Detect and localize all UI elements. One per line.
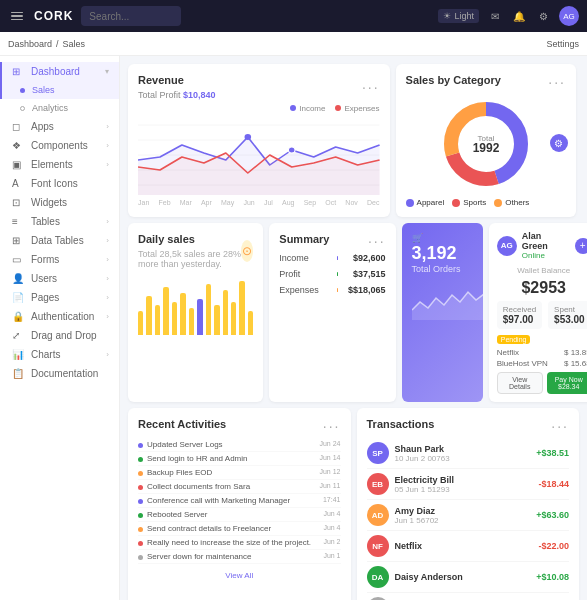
sidebar-label-data-tables: Data Tables [31, 235, 84, 246]
summary-more-btn[interactable]: ··· [368, 234, 386, 248]
settings-icon[interactable]: ⚙ [535, 8, 551, 24]
sidebar-item-components[interactable]: ❖ Components › [0, 136, 119, 155]
components-icon: ❖ [12, 140, 26, 151]
sidebar-item-data-tables[interactable]: ⊞ Data Tables › [0, 231, 119, 250]
settings-gear-icon[interactable]: ⚙ [550, 134, 568, 152]
settings-link[interactable]: Settings [546, 39, 579, 49]
sales-category-more-btn[interactable]: ··· [548, 75, 566, 89]
revenue-months: JanFebMarAprMayJunJulAugSepOctNovDec [138, 199, 380, 206]
activity-item: Really need to increase the size of the … [138, 536, 341, 550]
svg-point-6 [288, 147, 295, 153]
activity-item: Send login to HR and Admin Jun 14 [138, 452, 341, 466]
forms-arrow: › [106, 255, 109, 264]
activity-time: Jun 1 [323, 552, 340, 559]
hamburger-menu[interactable] [8, 9, 26, 24]
trans-amount: +$63.60 [536, 510, 569, 520]
mail-icon[interactable]: ✉ [487, 8, 503, 24]
trans-name: Electricity Bill [395, 475, 533, 485]
wallet-user-name: Alan Green [522, 231, 570, 251]
main-layout: ⊞ Dashboard ▾ Sales Analytics ◻ Apps › ❖… [0, 56, 587, 600]
sidebar-item-elements[interactable]: ▣ Elements › [0, 155, 119, 174]
sidebar-item-authentication[interactable]: 🔒 Authentication › [0, 307, 119, 326]
sidebar-item-font-icons[interactable]: A Font Icons [0, 174, 119, 193]
row-2: Daily sales Total 28,5k sales are 28% mo… [128, 223, 579, 402]
wallet-avatar: AG [497, 236, 517, 256]
summary-label: Income [279, 253, 329, 263]
activity-text: Conference call with Marketing Manager [147, 496, 290, 505]
light-toggle[interactable]: ☀ Light [438, 9, 479, 23]
bar-9 [214, 305, 219, 335]
sidebar-item-users[interactable]: 👤 Users › [0, 269, 119, 288]
trans-info: Daisy Anderson [395, 572, 531, 582]
bar-4 [172, 302, 177, 335]
pages-icon: 📄 [12, 292, 26, 303]
view-all-label[interactable]: View All [225, 571, 253, 580]
transactions-title: Transactions [367, 418, 435, 430]
sidebar-item-analytics[interactable]: Analytics [0, 99, 119, 117]
wallet-add-btn[interactable]: + [575, 238, 587, 254]
wallet-pending: Pending [497, 335, 587, 344]
activities-more-btn[interactable]: ··· [323, 419, 341, 433]
transactions-card: Transactions ··· SP Shaun Park 10 Jun 2 … [357, 408, 580, 600]
daily-sales-icon: ⊙ [241, 240, 253, 262]
activity-time: Jun 4 [323, 524, 340, 531]
pay-now-btn[interactable]: Pay Now $28.34 [547, 372, 587, 394]
activity-time: Jun 24 [319, 440, 340, 447]
sidebar-label-documentation: Documentation [31, 368, 98, 379]
activity-time: Jun 12 [319, 468, 340, 475]
data-tables-icon: ⊞ [12, 235, 26, 246]
sidebar-item-apps[interactable]: ◻ Apps › [0, 117, 119, 136]
view-details-btn[interactable]: View Details [497, 372, 543, 394]
revenue-more-btn[interactable]: ··· [362, 80, 380, 94]
tables-arrow: › [106, 217, 109, 226]
transactions-more-btn[interactable]: ··· [551, 419, 569, 433]
total-orders-wave [412, 280, 483, 320]
total-orders-icon: 🛒 [412, 233, 423, 243]
sidebar-item-drag-drop[interactable]: ⤢ Drag and Drop [0, 326, 119, 345]
trans-avatar: AD [367, 504, 389, 526]
wallet-section: AG Alan Green Online + Wallet Balance $2… [489, 223, 587, 402]
charts-arrow: › [106, 350, 109, 359]
pages-arrow: › [106, 293, 109, 302]
daily-sales-bar-chart [138, 275, 253, 335]
sidebar-item-sales[interactable]: Sales [0, 81, 119, 99]
auth-arrow: › [106, 312, 109, 321]
components-arrow: › [106, 141, 109, 150]
activities-header: Recent Activities ··· [138, 418, 341, 434]
sidebar-item-documentation[interactable]: 📋 Documentation [0, 364, 119, 383]
wallet-item: BlueHost VPN$ 15.68 [497, 359, 587, 368]
activity-time: Jun 14 [319, 454, 340, 461]
sidebar-item-charts[interactable]: 📊 Charts › [0, 345, 119, 364]
revenue-header: Revenue Total Profit $10,840 ··· [138, 74, 380, 100]
summary-header: Summary ··· [279, 233, 385, 249]
bar-11 [231, 302, 236, 335]
revenue-card: Revenue Total Profit $10,840 ··· Income … [128, 64, 390, 217]
total-profit-value: $10,840 [183, 90, 216, 100]
activity-time: Jun 11 [319, 482, 340, 489]
app-logo: CORK [34, 9, 73, 23]
avatar-icon[interactable]: AG [559, 6, 579, 26]
sidebar-item-pages[interactable]: 📄 Pages › [0, 288, 119, 307]
search-input[interactable] [81, 6, 181, 26]
view-all-activities[interactable]: View All [138, 568, 341, 580]
activities-title: Recent Activities [138, 418, 226, 430]
sidebar-label-widgets: Widgets [31, 197, 67, 208]
activity-dot [138, 541, 143, 546]
sidebar-item-forms[interactable]: ▭ Forms › [0, 250, 119, 269]
trans-amount: +$10.08 [536, 572, 569, 582]
sidebar-item-tables[interactable]: ≡ Tables › [0, 212, 119, 231]
trans-amount: -$18.44 [538, 479, 569, 489]
breadcrumb-home[interactable]: Dashboard [8, 39, 52, 49]
sidebar-label-apps: Apps [31, 121, 54, 132]
sidebar-item-widgets[interactable]: ⊡ Widgets [0, 193, 119, 212]
widgets-icon: ⊡ [12, 197, 26, 208]
trans-amount: +$38.51 [536, 448, 569, 458]
bar-0 [138, 311, 143, 335]
bar-12 [239, 281, 244, 335]
elements-arrow: › [106, 160, 109, 169]
svg-point-5 [245, 134, 252, 140]
sidebar-item-dashboard[interactable]: ⊞ Dashboard ▾ [0, 62, 119, 81]
activity-item: Conference call with Marketing Manager 1… [138, 494, 341, 508]
sales-by-category-card: Sales by Category ··· Total 1992 [396, 64, 576, 217]
notification-icon[interactable]: 🔔 [511, 8, 527, 24]
